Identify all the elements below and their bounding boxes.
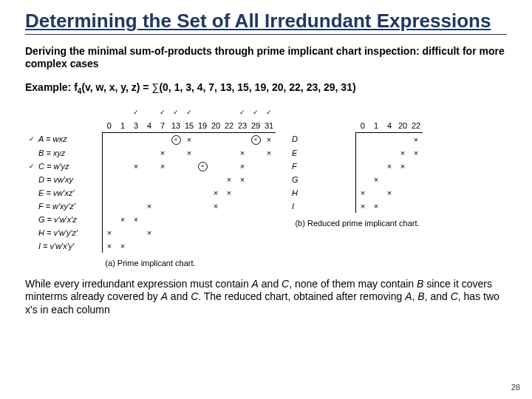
chart-cell — [396, 132, 409, 146]
chart-cell: × — [409, 132, 423, 146]
chart-cell: × — [222, 186, 236, 200]
slide-title: Determining the Set of All Irredundant E… — [25, 10, 507, 35]
chart-cell — [236, 186, 249, 200]
column-tick — [222, 106, 236, 119]
chart-cell: × — [236, 173, 249, 186]
chart-cell — [143, 146, 156, 160]
chart-cell: × — [116, 213, 129, 226]
chart-cell: × — [129, 160, 143, 173]
column-tick — [116, 106, 129, 119]
chart-cell — [169, 200, 183, 213]
chart-cell: × — [236, 146, 249, 160]
row-tick — [25, 200, 38, 213]
chart-cell: × — [262, 146, 276, 160]
column-header: 3 — [129, 119, 143, 133]
row-label: F = w′xy′z′ — [38, 200, 103, 213]
chart-cell — [236, 132, 249, 146]
chart-cell — [103, 132, 117, 146]
sigma-symbol: ∑ — [151, 81, 159, 93]
chart-cell — [409, 186, 423, 200]
chart-cell — [169, 160, 183, 173]
row-label: H — [292, 186, 356, 200]
chart-cell — [116, 146, 129, 160]
intro-paragraph: Deriving the minimal sum-of-products thr… — [25, 45, 507, 71]
column-header: 29 — [249, 119, 262, 133]
row-label: D — [292, 132, 356, 146]
column-tick — [209, 106, 222, 119]
row-label: A = wxz — [38, 132, 103, 146]
chart-cell — [143, 239, 156, 253]
row-label: C = w′yz — [38, 160, 103, 173]
chart-cell — [129, 146, 143, 160]
row-tick: ✓ — [25, 160, 38, 173]
column-header: 4 — [143, 119, 156, 133]
column-tick — [103, 106, 117, 119]
charts-row: ✓✓✓✓✓✓✓013471315192022232931✓A = wxz××××… — [25, 106, 507, 267]
chart-cell — [209, 132, 222, 146]
chart-cell — [222, 132, 236, 146]
chart-cell — [169, 146, 183, 160]
chart-cell — [369, 132, 383, 146]
chart-cell — [249, 213, 262, 226]
chart-cell — [169, 186, 183, 200]
chart-cell — [383, 200, 396, 213]
chart-cell — [262, 173, 276, 186]
row-label: B = xyz — [38, 146, 103, 160]
chart-cell — [183, 213, 196, 226]
chart-cell: × — [222, 173, 236, 186]
chart-cell — [249, 200, 262, 213]
column-tick — [143, 106, 156, 119]
chart-cell: × — [129, 213, 143, 226]
chart-cell — [236, 226, 249, 239]
chart-a-caption: (a) Prime implicant chart. — [105, 259, 195, 267]
chart-cell — [196, 132, 209, 146]
column-tick — [196, 106, 209, 119]
chart-b-wrap: 0142022D×E××F××G×H××I×× (b) Reduced prim… — [292, 119, 423, 267]
chart-cell — [249, 160, 262, 173]
reduced-prime-implicant-chart: 0142022D×E××F××G×H××I×× — [292, 119, 423, 213]
chart-cell: × — [356, 200, 370, 213]
chart-cell — [169, 173, 183, 186]
row-tick: ✓ — [25, 132, 38, 146]
prime-implicant-chart: ✓✓✓✓✓✓✓013471315192022232931✓A = wxz××××… — [25, 106, 276, 253]
column-header: 0 — [356, 119, 370, 133]
column-header: 15 — [183, 119, 196, 133]
chart-cell — [383, 132, 396, 146]
chart-cell — [369, 160, 383, 173]
chart-cell: × — [116, 239, 129, 253]
chart-cell — [183, 186, 196, 200]
chart-cell — [129, 226, 143, 239]
chart-cell: × — [196, 160, 209, 173]
chart-cell — [169, 213, 183, 226]
chart-cell — [262, 160, 276, 173]
chart-cell — [356, 146, 370, 160]
chart-cell — [369, 186, 383, 200]
chart-cell: × — [249, 132, 262, 146]
chart-cell: × — [143, 226, 156, 239]
chart-cell — [156, 226, 169, 239]
chart-cell — [196, 173, 209, 186]
chart-cell — [196, 146, 209, 160]
chart-cell: × — [103, 239, 117, 253]
chart-cell — [236, 213, 249, 226]
chart-cell — [196, 186, 209, 200]
chart-cell: × — [236, 160, 249, 173]
row-tick — [25, 146, 38, 160]
chart-cell: × — [383, 186, 396, 200]
chart-cell — [183, 173, 196, 186]
chart-cell — [262, 239, 276, 253]
column-tick: ✓ — [236, 106, 249, 119]
column-header: 4 — [383, 119, 396, 133]
row-label: H = v′w′y′z′ — [38, 226, 103, 239]
chart-cell — [196, 239, 209, 253]
column-tick: ✓ — [156, 106, 169, 119]
example-line: Example: f4(v, w, x, y, z) = ∑(0, 1, 3, … — [25, 81, 507, 95]
chart-cell — [116, 160, 129, 173]
chart-cell — [103, 146, 117, 160]
chart-cell — [103, 173, 117, 186]
chart-cell: × — [156, 160, 169, 173]
chart-cell — [169, 239, 183, 253]
chart-cell: × — [396, 146, 409, 160]
chart-cell — [209, 173, 222, 186]
chart-cell — [209, 239, 222, 253]
